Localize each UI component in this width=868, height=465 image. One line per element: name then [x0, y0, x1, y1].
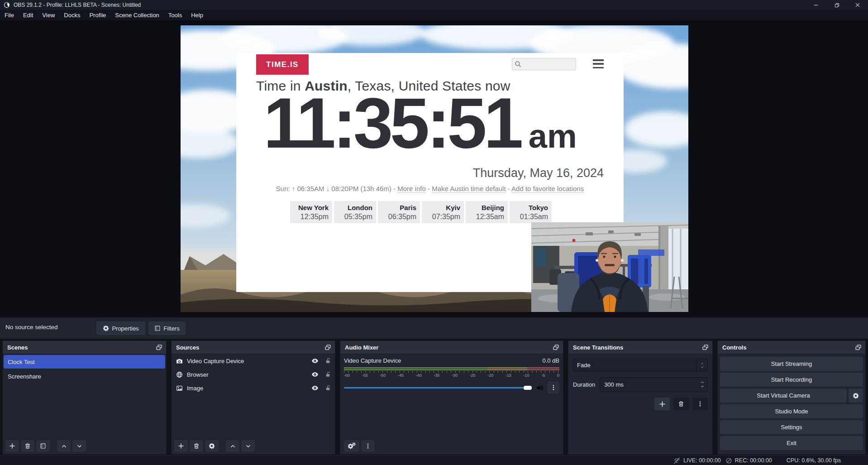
dock-popout-icon[interactable] [156, 344, 162, 351]
source-properties-button[interactable] [205, 440, 219, 452]
cpu-fps-stats: CPU: 0.6%, 30.00 fps [787, 457, 841, 464]
remove-scene-button[interactable] [21, 440, 34, 452]
eye-icon[interactable] [311, 357, 319, 364]
scene-item-clock-test[interactable]: Clock Test [4, 355, 165, 369]
stream-inactive-icon [673, 457, 681, 465]
scene-item-screenshare[interactable]: Screenshare [4, 369, 165, 383]
settings-button[interactable]: Settings [720, 420, 863, 434]
mixer-options-button[interactable] [548, 382, 559, 393]
add-source-button[interactable] [174, 440, 188, 452]
gear-icon [209, 443, 215, 449]
virtual-camera-config-button[interactable] [849, 388, 863, 403]
filters-button[interactable]: Filters [148, 321, 186, 335]
unlock-icon[interactable] [325, 371, 331, 378]
menu-profile[interactable]: Profile [85, 11, 110, 19]
plus-icon [659, 401, 666, 407]
video-preview[interactable]: TIME.IS Time in Austin, Texas, United St… [181, 25, 688, 312]
sources-header: Sources [172, 341, 335, 354]
remove-transition-button[interactable] [673, 398, 689, 410]
volume-slider-handle[interactable] [524, 386, 532, 390]
chevron-up-icon[interactable] [700, 380, 705, 384]
menu-help[interactable]: Help [186, 11, 208, 19]
minimize-button[interactable] [806, 0, 826, 10]
unlock-icon[interactable] [325, 385, 331, 391]
timeis-logo: TIME.IS [256, 54, 309, 75]
controls-panel: Controls Start Streaming Start Recording… [717, 340, 866, 455]
trash-icon [24, 443, 31, 449]
live-time: LIVE: 00:00:00 [683, 457, 721, 464]
eye-icon[interactable] [311, 371, 319, 378]
scene-up-button[interactable] [57, 440, 71, 452]
menu-file[interactable]: File [0, 11, 19, 19]
mixer-menu-button[interactable] [361, 440, 375, 452]
city-box: Beijing12:35am [466, 201, 508, 223]
dock-popout-icon[interactable] [855, 344, 862, 351]
chevron-up-icon [61, 443, 67, 449]
source-up-button[interactable] [226, 440, 239, 452]
studio-mode-button[interactable]: Studio Mode [720, 404, 863, 418]
remove-source-button[interactable] [190, 440, 203, 452]
source-row-video-capture[interactable]: Video Capture Device [172, 354, 335, 368]
chevron-up-icon [700, 362, 704, 365]
source-toolbar: No source selected Properties Filters [0, 317, 868, 339]
source-row-browser[interactable]: Browser [172, 368, 335, 381]
plus-icon [9, 443, 15, 449]
close-button[interactable] [847, 0, 868, 10]
make-default-link: Make Austin time default [432, 185, 506, 193]
dock-popout-icon[interactable] [324, 344, 331, 351]
volume-slider[interactable] [344, 386, 532, 390]
scene-down-button[interactable] [72, 440, 86, 452]
timeis-date: Thursday, May 16, 2024 [473, 166, 604, 180]
preview-canvas[interactable]: TIME.IS Time in Austin, Texas, United St… [0, 20, 868, 317]
chevron-down-icon[interactable] [700, 384, 705, 388]
dock-popout-icon[interactable] [702, 344, 709, 351]
start-virtual-camera-button[interactable]: Start Virtual Camera [720, 388, 847, 403]
add-transition-button[interactable] [654, 398, 670, 410]
exit-button[interactable]: Exit [720, 436, 863, 450]
menu-docks[interactable]: Docks [59, 11, 85, 19]
filters-icon [40, 443, 46, 449]
more-info-link: More info [397, 185, 426, 193]
duration-spinbox[interactable]: 300 ms [600, 377, 708, 392]
start-streaming-button[interactable]: Start Streaming [720, 357, 863, 371]
chevron-up-icon [230, 443, 236, 449]
dock-popout-icon[interactable] [553, 344, 559, 351]
plus-icon [178, 443, 184, 449]
restore-button[interactable] [826, 0, 847, 10]
menu-edit[interactable]: Edit [19, 11, 38, 19]
source-down-button[interactable] [241, 440, 255, 452]
scene-transitions-panel: Scene Transitions Fade Duration 300 ms [568, 340, 713, 455]
sources-footer-toolbar [174, 440, 255, 452]
title-bar[interactable]: OBS 29.1.2 - Profile: LLHLS BETA - Scene… [0, 0, 868, 10]
sources-panel: Sources Video Capture Device Browser Ima… [171, 340, 335, 455]
chevron-down-icon [700, 365, 704, 369]
status-bar: LIVE: 00:00:00 REC: 00:00:00 CPU: 0.6%, … [0, 455, 868, 465]
source-row-image[interactable]: Image [172, 381, 335, 395]
webcam-source[interactable] [531, 222, 688, 312]
speaker-icon[interactable] [536, 384, 544, 392]
menu-tools[interactable]: Tools [164, 11, 186, 19]
obs-logo-icon [4, 2, 10, 8]
add-scene-button[interactable] [5, 440, 19, 452]
audio-mixer-header: Audio Mixer [340, 341, 563, 354]
kebab-menu-icon [697, 401, 703, 407]
city-box: New York12:35pm [290, 201, 332, 223]
properties-button[interactable]: Properties [96, 321, 145, 335]
transition-select-spinner[interactable] [696, 359, 707, 371]
record-inactive-icon [725, 457, 732, 464]
menu-view[interactable]: View [38, 11, 59, 19]
camera-icon [176, 358, 183, 364]
gear-icon [853, 393, 859, 399]
unlock-icon[interactable] [325, 358, 331, 364]
window-title: OBS 29.1.2 - Profile: LLHLS BETA - Scene… [14, 2, 141, 8]
start-recording-button[interactable]: Start Recording [720, 373, 863, 387]
menu-bar: File Edit View Docks Profile Scene Colle… [0, 10, 868, 20]
scene-filters-button[interactable] [36, 440, 50, 452]
menu-scene-collection[interactable]: Scene Collection [110, 11, 164, 19]
transition-properties-button[interactable] [692, 398, 708, 410]
advanced-audio-button[interactable] [344, 440, 359, 452]
filters-icon [154, 325, 161, 331]
advanced-audio-gears-icon [352, 442, 356, 446]
transition-select[interactable]: Fade [573, 359, 708, 372]
eye-icon[interactable] [311, 384, 319, 392]
